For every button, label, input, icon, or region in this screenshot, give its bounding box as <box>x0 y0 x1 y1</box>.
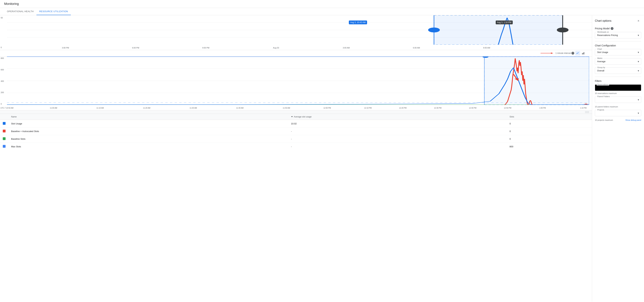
projects-hint-row: 10 projects maximum Show debug panel <box>595 119 641 121</box>
tab-resource-utilization[interactable]: RESOURCE UTILIZATION <box>36 8 71 15</box>
bar-chart-icon[interactable] <box>581 51 586 56</box>
divider-2 <box>595 77 641 77</box>
x-tick-10: 12:30 PM <box>434 107 442 109</box>
app-title: Monitoring <box>4 2 19 6</box>
x-tick-14: 1:10 PM <box>580 107 586 109</box>
workloads-dropdown[interactable]: Workloads on Reservations Pricing ▼ <box>595 32 641 38</box>
sort-down-icon <box>291 116 293 118</box>
row4-avg: - <box>288 143 507 150</box>
interval-help-icon[interactable]: ? <box>572 52 574 55</box>
line-chart-icon[interactable] <box>575 51 580 56</box>
x-tick-9: 12:20 PM <box>399 107 406 109</box>
x-label-3am: 3:00 AM <box>343 47 350 49</box>
interval-label: 1 minute interval ? <box>556 52 574 55</box>
row2-slots: 0 <box>507 128 592 135</box>
svg-rect-11 <box>582 53 582 54</box>
row3-legend-dot <box>3 137 6 140</box>
x-tick-12: 12:50 PM <box>504 107 512 109</box>
x-tick-5: 11:40 AM <box>236 107 243 109</box>
tooltip-start: Aug 3, 10:43 AM <box>349 21 367 24</box>
row3-avg: - <box>288 135 507 143</box>
controls-bar: 1 minute interval ? <box>0 50 592 57</box>
red-arrow-icon <box>540 52 554 55</box>
main-y-labels: 800 600 400 200 0 <box>0 57 7 105</box>
svg-rect-13 <box>584 52 584 54</box>
sidebar-header: Chart options × <box>595 18 641 24</box>
overview-svg <box>7 15 592 45</box>
sidebar-title: Chart options <box>595 19 611 23</box>
x-tick-3: 11:20 AM <box>143 107 150 109</box>
metric-dropdown[interactable]: Metric Average ▼ <box>595 58 641 65</box>
row2-legend-dot <box>3 130 6 132</box>
x-tick-8: 12:10 PM <box>364 107 372 109</box>
row2-name: Baseline + Autoscaled Slots <box>8 128 288 135</box>
main-layout: 50 0 <box>0 15 644 302</box>
parent-folders-hint: 10 parent folders maximum <box>595 106 641 108</box>
y-0: 0 <box>1 103 6 105</box>
y-600: 600 <box>1 69 6 71</box>
sidebar: Chart options × Pricing Model ? Workload… <box>592 15 644 302</box>
chart-label: Chart <box>596 48 603 50</box>
x-label-3pm: 3:00 PM <box>62 47 69 49</box>
row3-name: Baseline Slots <box>8 135 288 143</box>
groupby-label: Group by <box>596 66 606 69</box>
data-table: Name Average slot usage Slots <box>0 114 592 150</box>
y-800: 800 <box>1 57 6 59</box>
filters-section: Filters Reservations 10 reservations max… <box>595 80 641 121</box>
row1-avg: 10.02 <box>288 120 507 128</box>
main-chart-svg-wrapper: ★ 0 <box>7 57 589 105</box>
y-label-50: 50 <box>1 17 6 19</box>
row3-color <box>0 135 8 143</box>
row1-legend-dot <box>3 122 6 125</box>
row1-slots: 0 <box>507 120 592 128</box>
projects-dropdown[interactable]: Projects ▼ <box>595 110 641 116</box>
x-tick-2: 11:10 AM <box>96 107 104 109</box>
groupby-dropdown[interactable]: Group by Overall ▼ <box>595 67 641 74</box>
x-tick-0: UTC-7 10:50 AM <box>0 107 13 109</box>
x-label-6pm: 6:00 PM <box>132 47 139 49</box>
chart-config-section-label: Chart Configuration <box>595 44 641 47</box>
overview-x-labels: 3:00 PM 6:00 PM 9:00 PM Aug 03 3:00 AM 6… <box>7 46 592 50</box>
table-header-row: Name Average slot usage Slots <box>0 114 592 120</box>
parent-folders-label: Parent Folders <box>596 95 610 98</box>
reservations-hint: 10 reservations maximum <box>595 92 641 94</box>
scrollbar-area[interactable] <box>0 110 592 114</box>
th-name[interactable]: Name <box>8 114 288 120</box>
pricing-help-icon[interactable]: ? <box>611 27 614 30</box>
app-header: Monitoring <box>0 0 644 8</box>
tab-operational-health[interactable]: OPERATIONAL HEALTH <box>4 8 36 15</box>
th-avg-slot-usage[interactable]: Average slot usage <box>288 114 507 120</box>
svg-rect-12 <box>583 53 584 54</box>
filters-title: Filters <box>595 80 641 82</box>
close-button[interactable]: × <box>636 18 641 24</box>
svg-rect-31 <box>585 113 589 113</box>
timeline-overview[interactable]: 50 0 <box>0 15 592 50</box>
row2-color <box>0 128 8 135</box>
x-tick-11: 12:40 PM <box>469 107 476 109</box>
main-chart-svg: ★ 0 <box>7 57 589 105</box>
y-400: 400 <box>1 80 6 82</box>
overview-chart-container[interactable]: Aug 3, 10:43 AM Aug 3, 1:10 PM <box>7 15 592 45</box>
row4-color <box>0 143 8 150</box>
chart-dropdown[interactable]: Chart Slot Usage ▼ <box>595 49 641 56</box>
chart-type-icons <box>575 51 586 56</box>
tooltip-end: Aug 3, 1:10 PM <box>496 21 513 24</box>
x-tick-1: 11:00 AM <box>50 107 57 109</box>
th-slots[interactable]: Slots <box>507 114 592 120</box>
x-label-9pm: 9:00 PM <box>202 47 209 49</box>
th-color <box>0 114 8 120</box>
row1-color <box>0 120 8 128</box>
x-tick-6: 11:50 AM <box>283 107 290 109</box>
row4-legend-dot <box>3 145 6 148</box>
main-chart[interactable]: 800 600 400 200 0 <box>0 57 592 110</box>
reservations-label: Reservations <box>596 83 609 86</box>
debug-link[interactable]: Show debug panel <box>626 119 641 121</box>
x-label-6am: 6:00 AM <box>413 47 420 49</box>
table-row: Baseline Slots - 0 <box>0 135 592 143</box>
pricing-model-section-label: Pricing Model ? <box>595 27 641 30</box>
scrollbar-grip-icon <box>585 111 589 113</box>
svg-rect-29 <box>585 111 589 112</box>
chart-area: 50 0 <box>0 15 592 302</box>
data-table-container: Name Average slot usage Slots <box>0 114 592 150</box>
parent-folders-dropdown[interactable]: Parent Folders ▼ <box>595 96 641 103</box>
